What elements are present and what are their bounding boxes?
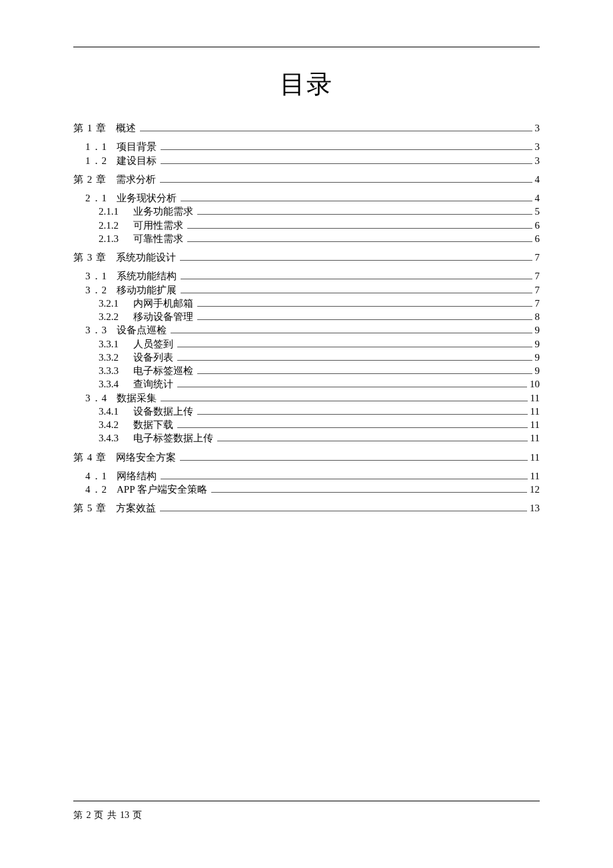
toc-entry-title: 设备数据上传 — [133, 405, 193, 418]
toc-entry-number: 3．3 — [85, 323, 107, 337]
toc-title: 目录 — [73, 67, 540, 101]
toc-leader — [160, 182, 532, 183]
toc-leader — [217, 441, 528, 441]
toc-leader — [161, 149, 532, 150]
toc-entry-number: 3.3.3 — [99, 364, 119, 377]
toc-entry-number: 3．2 — [85, 283, 107, 297]
toc-entry: 3.3.3电子标签巡检9 — [73, 364, 540, 377]
page-footer: 第 2 页 共 13 页 — [73, 801, 540, 821]
toc-entry: 1．1项目背景3 — [73, 140, 540, 153]
toc-entry: 第 5 章方案效益13 — [73, 501, 540, 515]
toc-leader — [181, 293, 532, 293]
toc-entry-title: 网络结构 — [117, 469, 157, 483]
toc-leader — [211, 492, 527, 493]
toc-entry-title: 业务功能需求 — [133, 205, 193, 218]
toc-entry-page: 11 — [530, 469, 540, 483]
document-page: 目录 第 1 章概述31．1项目背景31．2建设目标3第 2 章需求分析42．1… — [0, 0, 613, 868]
toc-entry-title: 移动功能扩展 — [117, 283, 177, 297]
toc-entry-title: 概述 — [116, 121, 136, 135]
toc-entry-title: 系统功能设计 — [116, 251, 176, 264]
toc-leader — [197, 319, 532, 320]
toc-entry: 4．1网络结构11 — [73, 469, 540, 483]
toc-entry-number: 第 5 章 — [73, 501, 107, 515]
toc-entry: 3.2.1内网手机邮箱7 — [73, 297, 540, 310]
toc-leader — [181, 279, 532, 279]
toc-entry-title: 网络安全方案 — [116, 451, 176, 464]
toc-entry-page: 3 — [535, 121, 540, 135]
toc-entry-page: 12 — [530, 483, 540, 496]
toc-leader — [140, 131, 532, 131]
toc-entry-title: 内网手机邮箱 — [133, 297, 193, 310]
toc-leader — [197, 214, 532, 215]
toc-entry-page: 9 — [535, 323, 540, 337]
footer-rule — [73, 801, 540, 801]
toc-entry: 1．2建设目标3 — [73, 154, 540, 167]
toc-leader — [177, 347, 532, 347]
toc-entry: 3.2.2移动设备管理8 — [73, 310, 540, 323]
toc-entry-page: 11 — [530, 391, 540, 405]
toc-entry: 3.4.3电子标签数据上传11 — [73, 431, 540, 445]
toc-entry-number: 2.1.1 — [99, 205, 119, 218]
toc-entry-number: 3．4 — [85, 391, 107, 405]
toc-entry-number: 第 3 章 — [73, 251, 107, 264]
toc-leader — [197, 414, 528, 415]
toc-entry-title: 电子标签巡检 — [133, 364, 193, 377]
footer-suffix: 页 — [129, 810, 143, 820]
toc-entry-title: APP 客户端安全策略 — [117, 483, 207, 496]
footer-current-page: 2 — [87, 810, 91, 820]
toc-leader — [161, 401, 528, 401]
toc-leader — [161, 479, 528, 479]
toc-entry-number: 第 2 章 — [73, 173, 107, 186]
toc-entry-title: 项目背景 — [117, 140, 157, 153]
toc-entry-page: 7 — [535, 297, 540, 310]
toc-entry-page: 11 — [530, 405, 540, 418]
page-number: 第 2 页 共 13 页 — [73, 809, 540, 821]
toc-entry-page: 3 — [535, 154, 540, 167]
toc-entry-page: 8 — [535, 310, 540, 323]
toc-entry-page: 4 — [535, 173, 540, 186]
toc-entry-page: 3 — [535, 140, 540, 153]
toc-entry-title: 查询统计 — [133, 377, 173, 391]
toc-entry: 3.3.1人员签到9 — [73, 337, 540, 351]
toc-entry: 2.1.2可用性需求6 — [73, 219, 540, 232]
toc-entry-number: 1．2 — [85, 154, 107, 167]
toc-entry-title: 数据采集 — [117, 391, 157, 405]
toc-entry-title: 设备点巡检 — [117, 323, 167, 337]
toc-entry-title: 需求分析 — [116, 173, 156, 186]
toc-entry: 第 2 章需求分析4 — [73, 173, 540, 186]
toc-entry: 2.1.1业务功能需求5 — [73, 205, 540, 218]
toc-entry-number: 3.2.1 — [99, 297, 119, 310]
toc-entry-page: 13 — [530, 501, 540, 515]
toc-entry: 3．3设备点巡检9 — [73, 323, 540, 337]
toc-entry: 3.4.2数据下载11 — [73, 418, 540, 431]
toc-entry-number: 1．1 — [85, 140, 107, 153]
toc-entry-number: 2.1.3 — [99, 232, 119, 245]
toc-leader — [197, 306, 532, 307]
toc-entry-number: 3.3.1 — [99, 337, 119, 351]
footer-prefix: 第 — [73, 810, 87, 820]
toc-entry-page: 7 — [535, 251, 540, 264]
toc-leader — [177, 427, 528, 428]
toc-entry-number: 2．1 — [85, 191, 107, 205]
toc-entry: 3．2移动功能扩展7 — [73, 283, 540, 297]
toc-entry: 3.3.2设备列表9 — [73, 351, 540, 364]
toc-entry: 第 4 章网络安全方案11 — [73, 451, 540, 464]
toc-entry-page: 5 — [535, 205, 540, 218]
toc-entry: 3．1系统功能结构7 — [73, 269, 540, 283]
toc-entry: 4．2APP 客户端安全策略12 — [73, 483, 540, 496]
toc-entry-page: 4 — [535, 191, 540, 205]
toc-leader — [187, 228, 532, 229]
toc-entry: 3．4数据采集11 — [73, 391, 540, 405]
table-of-contents: 第 1 章概述31．1项目背景31．2建设目标3第 2 章需求分析42．1业务现… — [73, 121, 540, 515]
toc-leader — [161, 163, 532, 164]
toc-entry: 第 3 章系统功能设计7 — [73, 251, 540, 264]
toc-entry: 2．1业务现状分析4 — [73, 191, 540, 205]
toc-entry-title: 可靠性需求 — [133, 232, 183, 245]
toc-entry-title: 电子标签数据上传 — [133, 431, 213, 445]
toc-entry-title: 建设目标 — [117, 154, 157, 167]
toc-entry-number: 3.4.1 — [99, 405, 119, 418]
toc-entry-number: 第 1 章 — [73, 121, 107, 135]
toc-entry-title: 人员签到 — [133, 337, 173, 351]
toc-entry-number: 3．1 — [85, 269, 107, 283]
toc-leader — [197, 373, 532, 374]
